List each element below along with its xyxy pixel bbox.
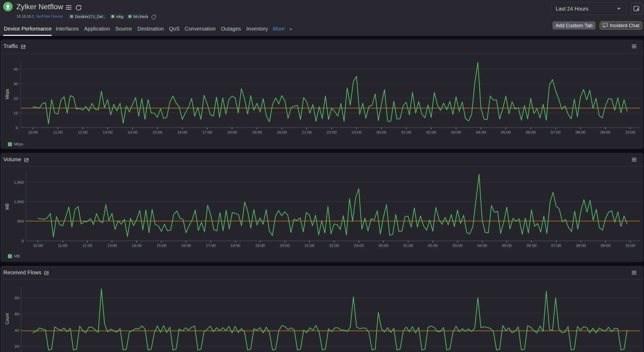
svg-text:60: 60 [15,312,19,316]
svg-text:16:00: 16:00 [181,243,191,248]
svg-text:22:00: 22:00 [329,243,339,248]
svg-text:01:00: 01:00 [401,130,411,134]
svg-text:80: 80 [15,296,19,300]
svg-text:03:00: 03:00 [451,130,461,134]
svg-text:23:00: 23:00 [352,130,362,134]
svg-text:02:00: 02:00 [426,130,436,134]
svg-text:21:00: 21:00 [305,243,315,248]
svg-text:40: 40 [15,328,19,333]
svg-text:30: 30 [13,81,18,86]
svg-text:0: 0 [16,125,18,130]
svg-text:40: 40 [13,67,18,71]
svg-text:20:00: 20:00 [277,130,287,134]
svg-text:17:00: 17:00 [202,130,212,134]
svg-text:09:00: 09:00 [600,130,611,134]
svg-text:10:00: 10:00 [625,130,635,134]
svg-text:08:00: 08:00 [576,243,586,248]
svg-text:05:00: 05:00 [502,243,512,248]
svg-text:10:00: 10:00 [33,243,43,248]
svg-text:23:00: 23:00 [354,243,364,248]
svg-text:13:00: 13:00 [107,243,117,248]
svg-text:Count: Count [5,313,9,324]
svg-text:17:00: 17:00 [206,243,216,248]
svg-text:15:00: 15:00 [152,130,162,134]
svg-text:Mbps: Mbps [5,89,9,99]
svg-text:02:00: 02:00 [428,243,438,248]
svg-text:09:00: 09:00 [601,243,611,248]
svg-text:0: 0 [22,239,24,243]
svg-text:04:00: 04:00 [476,130,486,134]
svg-text:16:00: 16:00 [177,130,187,134]
svg-text:12:00: 12:00 [82,243,92,248]
svg-text:MB: MB [5,203,9,210]
svg-text:21:00: 21:00 [302,130,312,134]
svg-text:10:00: 10:00 [625,243,635,248]
svg-text:1,000: 1,000 [14,199,24,204]
svg-text:15:00: 15:00 [156,243,166,248]
svg-text:13:00: 13:00 [103,130,113,134]
svg-text:11:00: 11:00 [53,130,63,134]
svg-text:08:00: 08:00 [575,130,585,134]
svg-text:00:00: 00:00 [378,243,388,248]
svg-text:19:00: 19:00 [255,243,265,248]
svg-text:03:00: 03:00 [453,243,463,248]
svg-text:05:00: 05:00 [501,130,511,134]
svg-text:12:00: 12:00 [78,130,88,134]
svg-text:18:00: 18:00 [227,130,237,134]
svg-text:10:00: 10:00 [28,130,38,134]
svg-text:20: 20 [13,96,18,101]
svg-text:22:00: 22:00 [327,130,337,134]
svg-text:07:00: 07:00 [551,243,561,248]
svg-text:06:00: 06:00 [527,243,537,248]
svg-text:14:00: 14:00 [128,130,138,134]
svg-text:06:00: 06:00 [526,130,536,134]
svg-text:20:00: 20:00 [280,243,290,248]
svg-text:14:00: 14:00 [132,243,142,248]
svg-text:18:00: 18:00 [230,243,241,248]
svg-text:11:00: 11:00 [58,243,67,248]
svg-text:01:00: 01:00 [403,243,413,248]
svg-text:10: 10 [13,111,18,115]
svg-text:20: 20 [15,344,19,349]
svg-text:07:00: 07:00 [551,130,561,134]
svg-text:1,500: 1,500 [14,180,24,184]
svg-text:04:00: 04:00 [477,243,487,248]
svg-text:00:00: 00:00 [376,130,386,134]
svg-text:500: 500 [17,219,24,223]
svg-text:19:00: 19:00 [252,130,262,134]
